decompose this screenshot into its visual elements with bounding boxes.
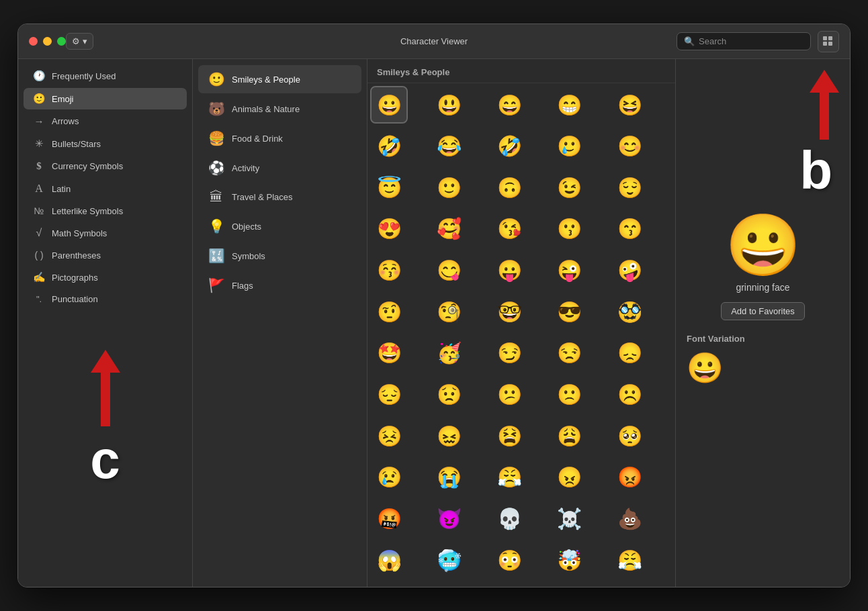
sidebar-item-letterlike[interactable]: № Letterlike Symbols (24, 201, 187, 221)
sidebar-item-arrows[interactable]: → Arrows (24, 111, 187, 132)
emoji-cell[interactable]: 😢 (372, 460, 406, 495)
middle-item-travel-places[interactable]: 🏛 Travel & Places (198, 183, 361, 211)
character-viewer-window: ⚙ ▾ Character Viewer 🔍 Search 🕐 Fre (17, 23, 851, 588)
emoji-cell[interactable]: 😣 (372, 418, 406, 453)
emoji-cell[interactable]: 😉 (552, 170, 587, 205)
emoji-cell[interactable]: 😟 (432, 377, 467, 412)
emoji-cell[interactable]: 😀 (372, 87, 406, 122)
search-box[interactable]: 🔍 Search (677, 32, 811, 50)
animals-icon: 🐻 (208, 101, 225, 117)
emoji-cell[interactable]: 😁 (552, 87, 587, 122)
emoji-cell[interactable]: 🙁 (552, 377, 587, 412)
sidebar-item-pictographs[interactable]: ✍ Pictographs (24, 267, 187, 288)
emoji-cell[interactable]: 🥳 (432, 336, 467, 371)
sidebar-item-math[interactable]: √ Math Symbols (24, 222, 187, 244)
emoji-cell[interactable]: 🧐 (432, 294, 467, 329)
search-placeholder: Search (699, 36, 726, 46)
emoji-cell[interactable]: 🤬 (372, 502, 406, 536)
emoji-grid: 😀😃😄😁😆🤣😂🤣🥲😊😇🙂🙃😉😌😍🥰😘😗😙😚😋😛😜🤪🤨🧐🤓😎🥸🤩🥳😏😒😞😔😟😕🙁☹… (367, 83, 675, 587)
emoji-panel-header: Smileys & People (367, 59, 675, 83)
add-to-favorites-button[interactable]: Add to Favorites (721, 302, 805, 320)
emoji-cell[interactable]: 😳 (492, 543, 527, 577)
minimize-button[interactable] (43, 37, 52, 46)
middle-label-animals: Animals & Nature (232, 104, 300, 114)
symbols-icon: 🔣 (208, 248, 225, 264)
middle-item-animals-nature[interactable]: 🐻 Animals & Nature (198, 95, 361, 123)
emoji-cell[interactable]: 😗 (552, 211, 587, 246)
emoji-cell[interactable]: 😭 (432, 460, 467, 495)
emoji-cell[interactable]: 🤯 (552, 543, 587, 577)
sidebar-item-bullets-stars[interactable]: ✳ Bullets/Stars (24, 133, 187, 154)
emoji-cell[interactable]: 😩 (552, 418, 587, 453)
middle-item-activity[interactable]: ⚽ Activity (198, 154, 361, 182)
emoji-cell[interactable]: 😖 (432, 418, 467, 453)
emoji-cell[interactable]: 😈 (432, 502, 467, 536)
arrow-icon: → (33, 115, 45, 127)
emoji-icon: 🙂 (33, 93, 45, 105)
sidebar-item-parentheses[interactable]: ( ) Parentheses (24, 245, 187, 265)
emoji-cell[interactable]: 🙂 (432, 170, 467, 205)
maximize-button[interactable] (57, 37, 66, 46)
emoji-cell[interactable]: 🤓 (492, 294, 527, 329)
title-bar-right: 🔍 Search (677, 31, 839, 52)
emoji-cell[interactable]: 😌 (612, 170, 647, 205)
sidebar-item-latin[interactable]: A Latin (24, 178, 187, 199)
close-button[interactable] (29, 37, 38, 46)
emoji-cell[interactable]: ☠️ (552, 502, 587, 536)
emoji-cell[interactable]: 🤣 (372, 129, 406, 164)
sidebar-item-punctuation[interactable]: ". Punctuation (24, 289, 187, 309)
emoji-cell[interactable]: 😡 (612, 460, 647, 495)
emoji-cell[interactable]: 😚 (372, 253, 406, 288)
emoji-cell[interactable]: 🤪 (612, 253, 647, 288)
emoji-cell[interactable]: 🥸 (612, 294, 647, 329)
sidebar-item-frequently-used[interactable]: 🕐 Frequently Used (24, 65, 187, 87)
emoji-cell[interactable]: 😃 (432, 87, 467, 122)
emoji-cell[interactable]: 🙃 (492, 170, 527, 205)
sidebar-item-currency-symbols[interactable]: $ Currency Symbols (24, 156, 187, 177)
middle-item-objects[interactable]: 💡 Objects (198, 212, 361, 240)
sidebar-item-emoji[interactable]: 🙂 Emoji (24, 88, 187, 109)
emoji-cell[interactable]: 😇 (372, 170, 406, 205)
emoji-cell[interactable]: 😤 (492, 460, 527, 495)
emoji-cell[interactable]: 😍 (372, 211, 406, 246)
middle-item-flags[interactable]: 🚩 Flags (198, 271, 361, 299)
emoji-cell[interactable]: 😂 (432, 129, 467, 164)
emoji-cell[interactable]: 🥶 (432, 543, 467, 577)
emoji-cell[interactable]: 🤣 (492, 129, 527, 164)
emoji-cell[interactable]: 🥺 (612, 418, 647, 453)
emoji-cell[interactable]: 😘 (492, 211, 527, 246)
svg-rect-3 (828, 42, 832, 46)
middle-item-symbols[interactable]: 🔣 Symbols (198, 242, 361, 270)
emoji-cell[interactable]: 🥰 (432, 211, 467, 246)
emoji-cell[interactable]: 💀 (492, 502, 527, 536)
emoji-cell[interactable]: 😒 (552, 336, 587, 371)
emoji-cell[interactable]: 😏 (492, 336, 527, 371)
emoji-cell[interactable]: 😔 (372, 377, 406, 412)
emoji-cell[interactable]: 😫 (492, 418, 527, 453)
emoji-cell[interactable]: 😛 (492, 253, 527, 288)
middle-item-smileys-people[interactable]: 🙂 Smileys & People (198, 65, 361, 93)
emoji-cell[interactable]: 😠 (552, 460, 587, 495)
emoji-cell[interactable]: 😄 (492, 87, 527, 122)
middle-label-flags: Flags (232, 281, 253, 291)
emoji-cell[interactable]: 😙 (612, 211, 647, 246)
settings-button[interactable]: ⚙ ▾ (66, 33, 93, 50)
emoji-cell[interactable]: 😆 (612, 87, 647, 122)
emoji-cell[interactable]: 😕 (492, 377, 527, 412)
emoji-cell[interactable]: ☹️ (612, 377, 647, 412)
emoji-cell[interactable]: 😋 (432, 253, 467, 288)
emoji-cell[interactable]: 😱 (372, 543, 406, 577)
emoji-cell[interactable]: 😊 (612, 129, 647, 164)
emoji-cell[interactable]: 😞 (612, 336, 647, 371)
emoji-cell[interactable]: 💩 (612, 502, 647, 536)
emoji-cell[interactable]: 😎 (552, 294, 587, 329)
middle-item-food-drink[interactable]: 🍔 Food & Drink (198, 124, 361, 152)
emoji-cell[interactable]: 😤 (612, 543, 647, 577)
sidebar-label-punctuation: Punctuation (52, 294, 98, 304)
grid-view-button[interactable] (818, 31, 839, 52)
emoji-cell[interactable]: 🥲 (552, 129, 587, 164)
emoji-cell[interactable]: 🤩 (372, 336, 406, 371)
window-title: Character Viewer (400, 36, 468, 46)
emoji-cell[interactable]: 😜 (552, 253, 587, 288)
emoji-cell[interactable]: 🤨 (372, 294, 406, 329)
